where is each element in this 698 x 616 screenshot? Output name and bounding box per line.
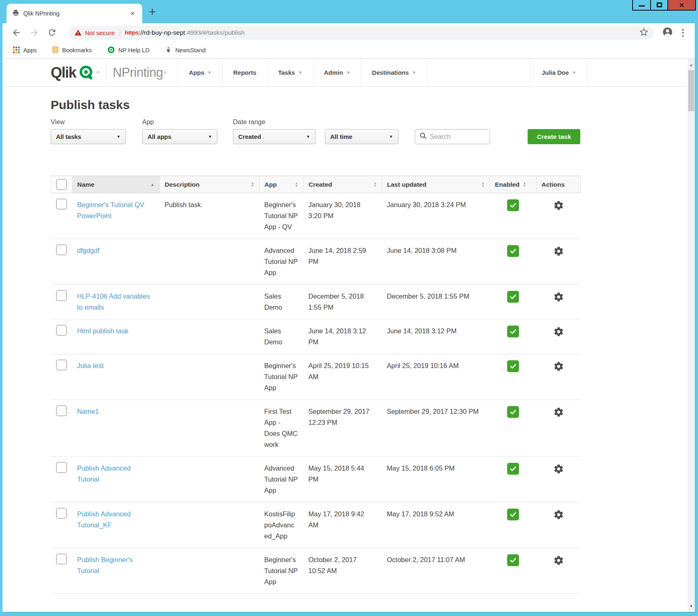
scroll-up-icon[interactable]: ▲ [688, 61, 695, 68]
view-filter-select[interactable]: All tasks▼ [51, 129, 126, 144]
app-filter-select[interactable]: All apps▼ [142, 129, 217, 144]
scroll-down-icon[interactable]: ▼ [688, 603, 695, 609]
minimize-button[interactable] [633, 0, 650, 10]
profile-avatar-icon[interactable] [662, 27, 673, 39]
enabled-checkbox[interactable] [507, 554, 519, 566]
search-input[interactable] [430, 133, 483, 141]
back-icon[interactable] [11, 28, 21, 38]
user-menu[interactable]: Julia Doe ▼ [530, 59, 587, 86]
create-task-button[interactable]: Create task [528, 129, 580, 144]
row-checkbox[interactable] [56, 462, 67, 473]
column-header-select-all [51, 176, 72, 193]
task-last-updated: June 14, 2018 3:12 PM [387, 326, 485, 337]
row-checkbox[interactable] [56, 554, 67, 565]
url-path: :4993/#/tasks/publish [185, 29, 245, 36]
browser-menu-icon[interactable] [682, 29, 684, 37]
table-row: HLP-4106 Add variables to emails Sales D… [51, 285, 581, 319]
date-type-select[interactable]: Created▼ [233, 129, 315, 144]
menu-item-apps[interactable]: Apps▼ [178, 59, 222, 86]
enabled-checkbox[interactable] [507, 291, 519, 303]
browser-toolbar: Not secure https://rd-buy-np-sept:4993/#… [2, 23, 695, 42]
task-name-link[interactable]: Julia test [77, 360, 104, 371]
task-name-link[interactable]: Beginner's Tutorial QV PowerPoint [77, 199, 153, 221]
gear-icon[interactable] [553, 292, 564, 306]
gear-icon[interactable] [553, 246, 564, 260]
enabled-checkbox[interactable] [507, 245, 519, 257]
filters-bar: View All tasks▼ App All apps▼ Date range… [51, 118, 580, 158]
task-app: Sales Demo [264, 291, 298, 313]
maximize-icon [657, 2, 662, 7]
new-tab-button[interactable]: + [149, 6, 156, 18]
row-checkbox[interactable] [56, 508, 67, 519]
gear-icon[interactable] [553, 555, 564, 569]
enabled-checkbox[interactable] [507, 463, 519, 475]
address-bar[interactable]: Not secure https://rd-buy-np-sept:4993/#… [69, 26, 654, 40]
gear-icon[interactable] [553, 464, 564, 478]
column-header-enabled[interactable]: Enabled▲▼ [490, 176, 537, 193]
row-checkbox[interactable] [56, 325, 67, 336]
menu-item-tasks[interactable]: Tasks▼ [267, 59, 313, 86]
tab-title: Qlik NPrinting [23, 10, 128, 17]
table-row: Publish Advanced Tutorial_KF KostisFilip… [51, 502, 581, 548]
browser-tab[interactable]: Qlik NPrinting ✕ [7, 4, 142, 23]
reload-icon[interactable] [47, 28, 57, 38]
not-secure-warning-icon[interactable] [74, 29, 82, 36]
page-scrollbar[interactable]: ▲ ▼ [688, 59, 695, 612]
maximize-button[interactable] [650, 0, 667, 10]
task-name-link[interactable]: dfgdgdf [77, 245, 100, 256]
bookmark-newsstand[interactable]: NewsStand [165, 47, 206, 54]
enabled-checkbox[interactable] [507, 326, 519, 337]
scrollbar-thumb[interactable] [688, 70, 694, 111]
url-text[interactable]: https://rd-buy-np-sept:4993/#/tasks/publ… [125, 29, 245, 36]
column-header-created[interactable]: Created▲▼ [304, 176, 382, 193]
chevron-down-icon: ▼ [412, 70, 416, 75]
menu-item-admin[interactable]: Admin▼ [313, 59, 361, 86]
task-name-link[interactable]: Publish Advanced Tutorial [77, 463, 153, 485]
row-checkbox[interactable] [56, 405, 67, 416]
check-icon [509, 511, 517, 518]
column-header-description[interactable]: Description▲▼ [160, 176, 260, 193]
menu-item-reports[interactable]: Reports [222, 59, 267, 86]
date-period-select[interactable]: All time▼ [325, 129, 398, 144]
bookmark-star-icon[interactable] [640, 28, 648, 38]
qlik-nprinting-logo[interactable]: Qlik ® NPrinting ® [51, 59, 166, 86]
task-description [160, 354, 260, 400]
bookmark-np-help[interactable]: NP Help LD [107, 46, 150, 55]
row-checkbox[interactable] [56, 244, 67, 255]
column-header-app[interactable]: App▲▼ [260, 176, 304, 193]
task-app: Beginner's Tutorial NP App [264, 554, 298, 587]
close-button[interactable]: ✕ [667, 0, 695, 10]
task-last-updated: June 14, 2018 3:08 PM [387, 245, 485, 256]
task-created: April 25, 2019 10:15 AM [309, 360, 374, 382]
task-name-link[interactable]: Publish Beginner's Tutorial [77, 554, 153, 576]
app-filter-label: App [142, 118, 154, 126]
task-description [160, 400, 260, 457]
enabled-checkbox[interactable] [507, 509, 519, 520]
gear-icon[interactable] [553, 509, 564, 523]
column-header-last-updated[interactable]: Last updated▲▼ [382, 176, 490, 193]
column-header-name[interactable]: Name▲ [72, 176, 160, 193]
tab-close-icon[interactable]: ✕ [128, 9, 136, 18]
menu-item-destinations[interactable]: Destinations▼ [361, 59, 427, 86]
enabled-checkbox[interactable] [507, 199, 519, 211]
row-checkbox[interactable] [56, 359, 67, 370]
task-name-link[interactable]: Html publish task [77, 326, 129, 337]
bookmark-bookmarks[interactable]: Bookmarks [52, 46, 92, 54]
gear-icon[interactable] [553, 326, 564, 340]
gear-icon[interactable] [553, 407, 564, 421]
enabled-checkbox[interactable] [507, 406, 519, 418]
forward-icon[interactable] [29, 28, 39, 38]
row-checkbox[interactable] [56, 199, 67, 210]
select-all-checkbox[interactable] [56, 179, 67, 190]
task-name-link[interactable]: HLP-4106 Add variables to emails [77, 291, 153, 313]
not-secure-label[interactable]: Not secure [85, 29, 115, 36]
row-checkbox[interactable] [56, 290, 67, 301]
bookmark-apps[interactable]: Apps [13, 47, 37, 54]
gear-icon[interactable] [553, 200, 564, 214]
search-box[interactable] [415, 129, 490, 144]
enabled-checkbox[interactable] [507, 360, 519, 372]
gear-icon[interactable] [553, 361, 564, 375]
task-name-link[interactable]: Name1 [77, 406, 99, 417]
task-name-link[interactable]: Publish Advanced Tutorial_KF [77, 509, 153, 531]
page-title: Publish tasks [51, 98, 695, 112]
